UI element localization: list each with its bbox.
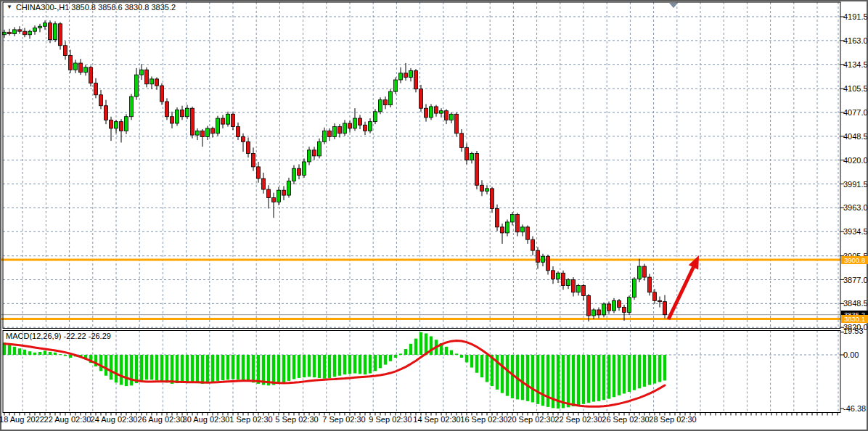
macd-histogram-bar [54, 353, 57, 355]
candle [496, 205, 499, 231]
macd-histogram-bar [613, 355, 615, 397]
candle [658, 297, 662, 308]
candle [501, 223, 504, 244]
macd-histogram-bar [120, 355, 123, 385]
time-axis-label: 28 Sep 02:30 [649, 415, 696, 424]
candle [516, 213, 520, 236]
macd-histogram-bar [348, 355, 351, 374]
macd-histogram-bar [201, 355, 204, 384]
candle [618, 299, 621, 311]
macd-axis-label: -46.38 [843, 404, 866, 413]
time-axis-label: 26 Sep 02:30 [602, 415, 649, 424]
macd-histogram-bar [318, 355, 321, 378]
macd-histogram-bar [247, 355, 250, 382]
macd-histogram-bar [653, 355, 656, 384]
macd-histogram-bar [541, 355, 544, 406]
macd-histogram-bar [206, 355, 209, 382]
candle [79, 59, 83, 75]
candle [343, 120, 347, 136]
candle [130, 94, 134, 120]
macd-histogram-bar [546, 355, 549, 407]
candle [115, 120, 118, 133]
candle [74, 59, 78, 73]
macd-histogram-bar [69, 355, 72, 358]
chart-canvas[interactable] [0, 0, 868, 431]
macd-histogram-bar [455, 353, 458, 355]
candle [211, 127, 215, 138]
macd-histogram-bar [663, 355, 666, 380]
macd-histogram-bar [597, 355, 600, 401]
macd-histogram-bar [242, 355, 245, 380]
macd-histogram-bar [643, 355, 646, 387]
time-axis-label: 22 Aug 02:30 [44, 415, 91, 424]
resistance-price-tag: 3900.8 [841, 256, 868, 264]
candle [84, 65, 88, 75]
candle [110, 117, 113, 141]
candle [435, 105, 438, 117]
macd-histogram-bar [110, 355, 112, 379]
symbol-ohlc-title: CHINA300-,H1 3850.8 3858.6 3830.8 3835.2 [16, 3, 176, 12]
candle [572, 277, 576, 297]
candle [506, 220, 509, 237]
macd-histogram-bar [64, 355, 67, 356]
macd-histogram-bar [338, 355, 341, 376]
macd-histogram-bar [531, 355, 534, 402]
candle [628, 295, 631, 315]
triangle-down-icon[interactable]: ▼ [7, 4, 12, 11]
candle [287, 178, 291, 198]
candle [160, 83, 164, 105]
candle [455, 112, 459, 136]
macd-histogram-bar [394, 355, 397, 358]
candle [486, 185, 489, 194]
candle [526, 226, 530, 244]
macd-histogram-bar [602, 355, 605, 400]
candle [552, 266, 555, 284]
macd-histogram-bar [135, 355, 138, 383]
macd-histogram-bar [445, 347, 448, 355]
candle [181, 106, 184, 120]
annotations [668, 3, 699, 319]
price-axis-label: 4191.5 [843, 12, 868, 21]
macd-histogram-bar [526, 355, 529, 401]
candle [303, 158, 306, 178]
candle [49, 20, 52, 43]
candle [13, 27, 17, 36]
macd-indicator [3, 332, 666, 409]
macd-histogram-bar [49, 352, 52, 355]
trend-arrow-shaft[interactable] [668, 267, 694, 319]
candle [577, 284, 581, 295]
macd-histogram-bar [374, 355, 377, 371]
macd-histogram-bar [59, 354, 62, 355]
candle [18, 26, 22, 33]
candle [33, 25, 37, 35]
macd-histogram-bar [587, 355, 590, 403]
candle [613, 298, 616, 313]
time-axis-label: 7 Sep 02:30 [322, 415, 365, 424]
candle [191, 107, 195, 139]
macd-histogram-bar [221, 355, 224, 380]
candle [201, 129, 205, 147]
symbol-title-row: ▼ CHINA300-,H1 3850.8 3858.6 3830.8 3835… [7, 3, 176, 12]
price-axis-label: 3991.5 [843, 180, 868, 189]
candle [125, 114, 128, 134]
macd-histogram-bar [272, 355, 275, 385]
candle [419, 85, 423, 112]
macd-histogram-bar [257, 355, 260, 384]
candle [546, 255, 550, 275]
candle [171, 112, 174, 128]
candle [338, 124, 342, 137]
candle [232, 112, 235, 130]
candle [318, 139, 322, 159]
macd-histogram-bar [470, 355, 473, 368]
macd-histogram-bar [562, 355, 565, 408]
candle [237, 123, 240, 140]
candle [267, 185, 271, 208]
candle [247, 138, 250, 158]
candle [511, 212, 515, 225]
macd-histogram-bar [577, 355, 580, 405]
candle [292, 165, 296, 185]
candle [531, 237, 535, 256]
candle [394, 78, 398, 94]
candle [23, 28, 27, 38]
macd-histogram-bar [176, 355, 179, 383]
